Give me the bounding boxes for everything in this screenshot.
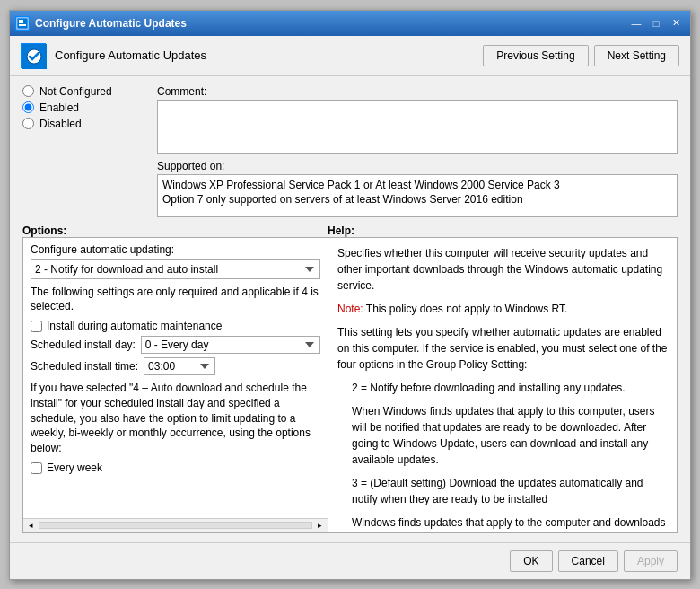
- help-para3: This setting lets you specify whether au…: [337, 324, 668, 373]
- cancel-button[interactable]: Cancel: [558, 550, 618, 572]
- disabled-radio[interactable]: [22, 118, 34, 129]
- every-week-label: Every week: [47, 462, 102, 474]
- right-pane[interactable]: Specifies whether this computer will rec…: [328, 238, 677, 532]
- help-para5: When Windows finds updates that apply to…: [352, 403, 668, 468]
- scheduled-time-label: Scheduled install time:: [31, 360, 138, 373]
- every-week-checkbox[interactable]: [31, 462, 42, 474]
- left-pane: Configure automatic updating: 2 - Notify…: [23, 238, 328, 532]
- header-title: Configure Automatic Updates: [55, 48, 474, 62]
- disabled-label: Disabled: [39, 118, 82, 130]
- close-button[interactable]: ✕: [667, 15, 685, 31]
- title-bar: Configure Automatic Updates — □ ✕: [10, 11, 690, 36]
- disabled-radio-label[interactable]: Disabled: [22, 118, 148, 130]
- title-bar-title: Configure Automatic Updates: [35, 17, 187, 30]
- svg-rect-2: [19, 24, 26, 26]
- every-week-row: Every week: [31, 462, 320, 474]
- header-buttons: Previous Setting Next Setting: [483, 45, 679, 66]
- supported-text2: Option 7 only supported on servers of at…: [162, 192, 672, 207]
- scheduled-time-row: Scheduled install time: 00:00 01:00 02:0…: [31, 357, 320, 375]
- header-icon: [21, 43, 46, 68]
- comment-section: Comment:: [157, 85, 678, 156]
- apply-button[interactable]: Apply: [624, 550, 678, 572]
- enabled-radio[interactable]: [22, 101, 34, 113]
- title-bar-controls: — □ ✕: [627, 15, 685, 31]
- svg-rect-1: [19, 20, 23, 23]
- not-configured-radio-label[interactable]: Not Configured: [22, 85, 148, 98]
- next-setting-button[interactable]: Next Setting: [594, 45, 679, 66]
- hscroll-track: [39, 522, 312, 529]
- ok-button[interactable]: OK: [510, 550, 552, 572]
- supported-section: Supported on: Windows XP Professional Se…: [157, 160, 678, 217]
- radio-group: Not Configured Enabled Disabled: [22, 85, 148, 130]
- window-icon: [15, 16, 30, 31]
- maximize-button[interactable]: □: [647, 15, 665, 31]
- minimize-button[interactable]: —: [627, 15, 645, 31]
- help-note-text: This policy does not apply to Windows RT…: [366, 303, 568, 315]
- pane-labels-row: Options: Help:: [22, 224, 678, 237]
- radio-group-col: Not Configured Enabled Disabled: [22, 85, 148, 217]
- not-configured-label: Not Configured: [39, 85, 112, 98]
- title-bar-left: Configure Automatic Updates: [15, 16, 187, 31]
- options-label: Options:: [22, 224, 328, 237]
- header-row: Configure Automatic Updates Previous Set…: [10, 36, 690, 76]
- install-maintenance-checkbox[interactable]: [31, 321, 42, 332]
- help-para6: 3 = (Default setting) Download the updat…: [352, 475, 668, 507]
- help-para2: Note: This policy does not apply to Wind…: [337, 301, 668, 317]
- help-pane-label-col: Help:: [328, 224, 678, 237]
- supported-text1: Windows XP Professional Service Pack 1 o…: [162, 178, 672, 193]
- options-pane-label-col: Options:: [22, 224, 328, 237]
- help-para7: Windows finds updates that apply to the …: [352, 514, 668, 532]
- footer: OK Cancel Apply: [10, 542, 690, 579]
- enabled-label: Enabled: [39, 101, 79, 114]
- hscroll-right-arrow[interactable]: ▸: [314, 521, 326, 530]
- comment-label: Comment:: [157, 85, 678, 98]
- top-section: Not Configured Enabled Disabled Comment:: [22, 85, 678, 217]
- note-text: The following settings are only required…: [31, 285, 320, 315]
- hscroll-left-arrow[interactable]: ◂: [25, 521, 37, 530]
- main-window: Configure Automatic Updates — □ ✕ Config…: [9, 10, 691, 580]
- comment-textarea[interactable]: [157, 100, 678, 154]
- help-label: Help:: [328, 224, 678, 237]
- scheduled-day-label: Scheduled install day:: [31, 338, 136, 351]
- supported-box: Windows XP Professional Service Pack 1 o…: [157, 174, 678, 217]
- left-pane-hscroll: ◂ ▸: [23, 518, 328, 532]
- scheduled-day-row: Scheduled install day: 0 - Every day 1 -…: [31, 336, 320, 354]
- not-configured-radio[interactable]: [22, 85, 34, 97]
- enabled-radio-label[interactable]: Enabled: [22, 101, 148, 114]
- supported-label: Supported on:: [157, 160, 678, 172]
- configure-label: Configure automatic updating:: [31, 243, 320, 256]
- configure-select[interactable]: 2 - Notify for download and auto install…: [31, 259, 320, 279]
- right-col: Comment: Supported on: Windows XP Profes…: [157, 85, 678, 217]
- previous-setting-button[interactable]: Previous Setting: [483, 45, 588, 66]
- install-maintenance-row: Install during automatic maintenance: [31, 320, 320, 332]
- scheduled-time-select[interactable]: 00:00 01:00 02:00 03:00 04:00: [144, 357, 215, 375]
- left-pane-inner[interactable]: Configure automatic updating: 2 - Notify…: [23, 238, 328, 518]
- left-pane-wrapper: Configure automatic updating: 2 - Notify…: [23, 238, 328, 532]
- two-pane: Configure automatic updating: 2 - Notify…: [22, 237, 678, 533]
- help-note-label: Note:: [337, 303, 366, 315]
- scheduled-day-select[interactable]: 0 - Every day 1 - Every Sunday 2 - Every…: [141, 336, 320, 354]
- help-para4: 2 = Notify before downloading and instal…: [352, 380, 668, 396]
- help-para1: Specifies whether this computer will rec…: [337, 245, 668, 294]
- install-maintenance-label: Install during automatic maintenance: [47, 320, 222, 332]
- schedule-note: If you have selected "4 – Auto download …: [31, 381, 320, 456]
- content-area: Not Configured Enabled Disabled Comment:: [10, 76, 690, 542]
